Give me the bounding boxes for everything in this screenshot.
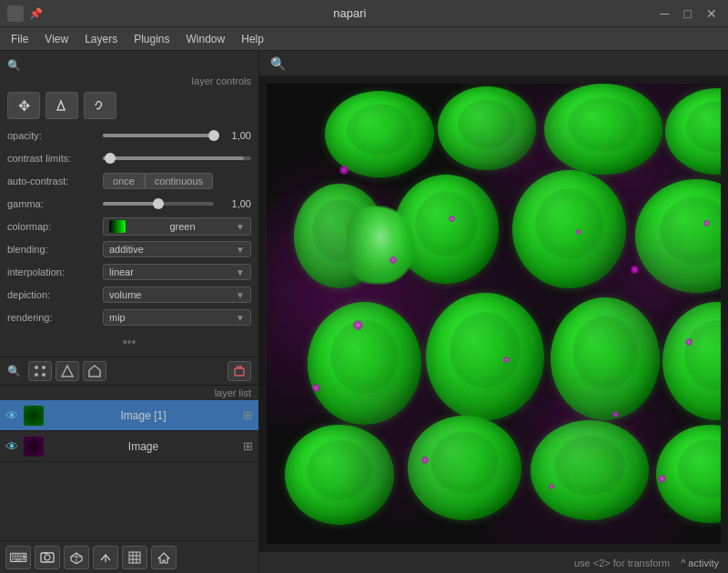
search-icon: 🔍	[7, 59, 21, 72]
roll-button[interactable]	[93, 546, 118, 569]
magenta-spot	[421, 457, 429, 464]
home-button[interactable]	[151, 546, 177, 569]
add-shapes-button[interactable]	[56, 361, 79, 381]
menu-plugins[interactable]: Plugins	[126, 30, 177, 48]
opacity-slider-container: 1,00	[103, 130, 251, 141]
contrast-row: contrast limits:	[7, 149, 251, 167]
layer-item[interactable]: 👁 Image ⊞	[0, 431, 258, 462]
move-button[interactable]: ✥	[7, 92, 40, 119]
screenshot-button[interactable]	[35, 546, 60, 569]
rendering-label: rendering:	[7, 312, 103, 323]
magenta-spot	[658, 475, 666, 483]
blending-value: additive	[109, 244, 144, 255]
gamma-slider[interactable]	[103, 202, 214, 206]
svg-point-1	[35, 366, 38, 369]
bright-cell	[347, 206, 415, 284]
contrast-slider[interactable]	[103, 156, 251, 160]
depiction-label: depiction:	[7, 289, 103, 300]
magenta-spot	[703, 220, 710, 226]
interpolation-dropdown[interactable]: linear ▼	[103, 264, 251, 280]
app-title: napari	[43, 6, 657, 20]
menu-window[interactable]: Window	[179, 30, 233, 48]
window-controls: ─ □ ✕	[657, 5, 721, 23]
layer-expand-button[interactable]: ⊞	[243, 439, 253, 453]
layer-visibility-button[interactable]: 👁	[5, 408, 18, 423]
blending-row: blending: additive ▼	[7, 240, 251, 258]
minimize-button[interactable]: ─	[657, 5, 673, 23]
colormap-label: colormap:	[7, 221, 103, 232]
console-button[interactable]: ⌨	[5, 546, 31, 569]
colormap-arrow: ▼	[236, 222, 245, 232]
auto-contrast-label: auto-contrast:	[7, 176, 103, 186]
canvas-wrapper[interactable]	[259, 76, 728, 551]
grid-button[interactable]	[122, 546, 147, 569]
svg-rect-22	[129, 552, 140, 563]
cell	[512, 170, 626, 288]
cell	[544, 84, 662, 175]
cell	[325, 91, 434, 177]
magenta-spot	[685, 338, 693, 346]
gamma-slider-container: 1,00	[103, 198, 251, 209]
titlebar-left: 📌	[7, 5, 43, 22]
menu-file[interactable]: File	[4, 30, 35, 48]
layer-list-header: 🔍	[0, 357, 258, 386]
cell	[426, 293, 544, 420]
depiction-arrow: ▼	[236, 290, 245, 300]
opacity-value: 1,00	[219, 130, 251, 141]
cell	[665, 88, 721, 175]
pin-icon: 📌	[29, 7, 43, 20]
main-layout: 🔍 layer controls ✥ opacity:	[0, 51, 728, 573]
close-button[interactable]: ✕	[703, 5, 721, 23]
cell	[551, 297, 660, 420]
activity-button[interactable]: ^ activity	[681, 558, 719, 568]
cell	[662, 302, 721, 420]
3d-button[interactable]	[64, 546, 89, 569]
magenta-spot	[503, 357, 510, 363]
magenta-spot	[631, 266, 639, 274]
delete-layer-button[interactable]	[228, 361, 251, 381]
colormap-dropdown[interactable]: green ▼	[103, 217, 251, 236]
magenta-spot	[549, 484, 554, 489]
paint-button[interactable]	[46, 92, 78, 119]
magenta-spot	[612, 411, 619, 417]
depiction-value: volume	[109, 289, 141, 300]
blending-dropdown[interactable]: additive ▼	[103, 241, 251, 257]
svg-point-3	[35, 373, 38, 377]
viewer-search-icon: 🔍	[267, 55, 289, 73]
transform-hint: use <2> for transform	[574, 558, 670, 568]
maximize-button[interactable]: □	[681, 5, 695, 23]
colormap-row: colormap: green ▼	[7, 217, 251, 236]
auto-contrast-once[interactable]: once	[103, 173, 145, 189]
layer-controls-header: layer controls	[7, 75, 251, 86]
layer-visibility-button[interactable]: 👁	[5, 439, 18, 454]
depiction-dropdown[interactable]: volume ▼	[103, 286, 251, 303]
rendering-dropdown[interactable]: mip ▼	[103, 309, 251, 326]
rendering-value: mip	[109, 312, 126, 323]
add-points-button[interactable]	[28, 361, 52, 381]
canvas-image[interactable]	[267, 84, 721, 544]
layer-thumbnail	[24, 406, 44, 426]
auto-contrast-continuous[interactable]: continuous	[145, 173, 213, 189]
opacity-slider[interactable]	[103, 134, 214, 137]
resize-handle[interactable]: •••	[7, 331, 251, 351]
lasso-button[interactable]	[84, 92, 116, 119]
layer-search-icon: 🔍	[7, 365, 21, 377]
svg-marker-6	[89, 366, 100, 377]
magenta-spot	[339, 166, 349, 175]
layer-item[interactable]: 👁 Image [1] ⊞	[0, 400, 258, 431]
menu-help[interactable]: Help	[234, 30, 271, 48]
colormap-swatch	[109, 220, 126, 233]
magenta-spot	[312, 384, 320, 392]
svg-marker-23	[158, 553, 169, 563]
transform-buttons: ✥	[7, 92, 251, 119]
menu-view[interactable]: View	[37, 30, 76, 48]
menu-layers[interactable]: Layers	[77, 30, 125, 48]
magenta-spot	[449, 216, 455, 222]
cell	[656, 425, 721, 523]
layer-name: Image	[49, 440, 238, 453]
interpolation-label: interpolation:	[7, 266, 103, 277]
app-icon	[7, 5, 24, 22]
add-labels-button[interactable]	[83, 361, 106, 381]
cell	[408, 416, 521, 520]
layer-expand-button[interactable]: ⊞	[243, 408, 253, 422]
